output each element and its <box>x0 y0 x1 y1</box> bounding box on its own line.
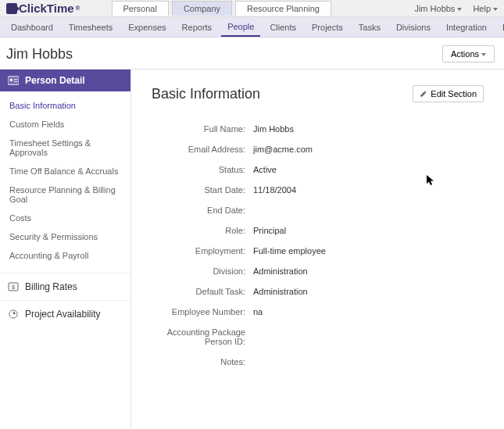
sidebar-subnav: Basic InformationCustom FieldsTimesheet … <box>0 91 130 273</box>
field-value: Administration <box>253 266 308 276</box>
nav-expenses[interactable]: Expenses <box>122 19 172 36</box>
navbar: DashboardTimesheetsExpensesReportsPeople… <box>0 17 504 38</box>
field-value: Active <box>253 165 277 174</box>
field-label: Role: <box>152 226 253 235</box>
edit-section-label: Edit Section <box>431 89 477 98</box>
field-value: na <box>253 307 263 316</box>
person-card-icon <box>8 76 19 85</box>
nav-dashboard[interactable]: Dashboard <box>5 19 59 36</box>
actions-button[interactable]: Actions <box>442 45 495 63</box>
content-body: Person DetailBasic InformationCustom Fie… <box>0 69 504 429</box>
top-right: Jim Hobbs Help <box>414 4 498 13</box>
titlebar: Jim Hobbs Actions <box>0 38 504 69</box>
nav-tasks[interactable]: Tasks <box>352 19 387 36</box>
field-label: Default Task: <box>152 287 253 296</box>
top-tab-personal[interactable]: Personal <box>112 1 169 16</box>
user-menu[interactable]: Jim Hobbs <box>414 4 462 13</box>
field-row: Email Address:jim@acme.com <box>152 145 484 154</box>
topbar: ClickTime® PersonalCompanyResource Plann… <box>0 0 504 17</box>
nav-timesheets[interactable]: Timesheets <box>63 19 119 36</box>
sidebar-item-costs[interactable]: Costs <box>0 209 130 227</box>
sidebar: Person DetailBasic InformationCustom Fie… <box>0 70 131 429</box>
fields-list: Full Name:Jim HobbsEmail Address:jim@acm… <box>152 124 484 366</box>
field-row: Default Task:Administration <box>152 287 484 296</box>
pencil-icon <box>420 90 427 98</box>
sidebar-item-time-off-balance-accruals[interactable]: Time Off Balance & Accruals <box>0 162 130 181</box>
field-row: Employment:Full-time employee <box>152 246 484 256</box>
sidebar-section-billing-rates[interactable]: $Billing Rates <box>0 273 130 300</box>
sidebar-item-security-permissions[interactable]: Security & Permissions <box>0 227 130 246</box>
clicktime-logo-icon <box>6 3 17 14</box>
field-row: Full Name:Jim Hobbs <box>152 124 484 134</box>
field-row: Accounting Package Person ID: <box>152 327 484 346</box>
field-row: Employee Number:na <box>152 307 484 316</box>
field-value: Principal <box>253 226 286 235</box>
nav-people[interactable]: People <box>221 18 260 37</box>
field-row: Status:Active <box>152 165 484 174</box>
field-label: Notes: <box>152 357 253 366</box>
sidebar-item-resource-planning-billing-goal[interactable]: Resource Planning & Billing Goal <box>0 181 130 209</box>
field-label: Accounting Package Person ID: <box>152 327 253 346</box>
nav-clients[interactable]: Clients <box>263 19 302 36</box>
field-row: Start Date:11/18/2004 <box>152 185 484 195</box>
field-row: Division:Administration <box>152 266 484 276</box>
field-row: Notes: <box>152 357 484 366</box>
field-label: Division: <box>152 266 253 276</box>
sidebar-section-label: Person Detail <box>25 75 85 86</box>
svg-rect-2 <box>14 79 17 80</box>
page-title: Jim Hobbs <box>6 46 73 63</box>
nav-reports[interactable]: Reports <box>176 19 219 36</box>
field-row: Role:Principal <box>152 226 484 235</box>
billing-icon: $ <box>8 282 19 291</box>
field-label: Full Name: <box>152 124 253 134</box>
sidebar-section-label: Project Availability <box>25 309 101 320</box>
nav-projects[interactable]: Projects <box>306 19 349 36</box>
field-value: Full-time employee <box>253 246 326 256</box>
main-panel: Basic Information Edit Section Full Name… <box>131 70 504 429</box>
top-tab-company[interactable]: Company <box>172 1 232 16</box>
sidebar-section-person-detail[interactable]: Person Detail <box>0 70 130 91</box>
top-tabs: PersonalCompanyResource Planning <box>112 1 331 16</box>
field-value: Jim Hobbs <box>253 124 294 134</box>
field-label: Status: <box>152 165 253 174</box>
brand-logo: ClickTime® <box>6 2 80 15</box>
field-row: End Date: <box>152 206 484 215</box>
field-label: Employee Number: <box>152 307 253 316</box>
nav-integration[interactable]: Integration <box>440 19 493 36</box>
field-label: Start Date: <box>152 185 253 195</box>
sidebar-section-label: Billing Rates <box>25 281 77 292</box>
field-value: 11/18/2004 <box>253 185 296 195</box>
sidebar-item-custom-fields[interactable]: Custom Fields <box>0 115 130 134</box>
svg-text:$: $ <box>12 284 16 291</box>
svg-point-1 <box>10 78 13 81</box>
sidebar-item-timesheet-settings-approvals[interactable]: Timesheet Settings & Approvals <box>0 134 130 162</box>
edit-section-button[interactable]: Edit Section <box>413 85 484 102</box>
brand-name: ClickTime <box>19 2 74 15</box>
field-value: Administration <box>253 287 308 296</box>
nav-divisions[interactable]: Divisions <box>390 19 437 36</box>
field-label: Email Address: <box>152 145 253 154</box>
field-label: Employment: <box>152 246 253 256</box>
svg-rect-0 <box>8 77 19 85</box>
sidebar-item-accounting-payroll[interactable]: Accounting & Payroll <box>0 246 130 265</box>
main-header: Basic Information Edit Section <box>152 85 484 102</box>
field-value: jim@acme.com <box>253 145 313 154</box>
help-menu[interactable]: Help <box>473 4 498 13</box>
sidebar-section-project-availability[interactable]: Project Availability <box>0 300 130 327</box>
top-tab-resource-planning[interactable]: Resource Planning <box>235 1 331 16</box>
nav-preferences[interactable]: Preferences <box>496 19 504 36</box>
sidebar-item-basic-information[interactable]: Basic Information <box>0 96 130 115</box>
availability-icon <box>8 309 19 319</box>
section-heading: Basic Information <box>152 86 260 102</box>
field-label: End Date: <box>152 206 253 215</box>
svg-rect-3 <box>14 81 17 82</box>
